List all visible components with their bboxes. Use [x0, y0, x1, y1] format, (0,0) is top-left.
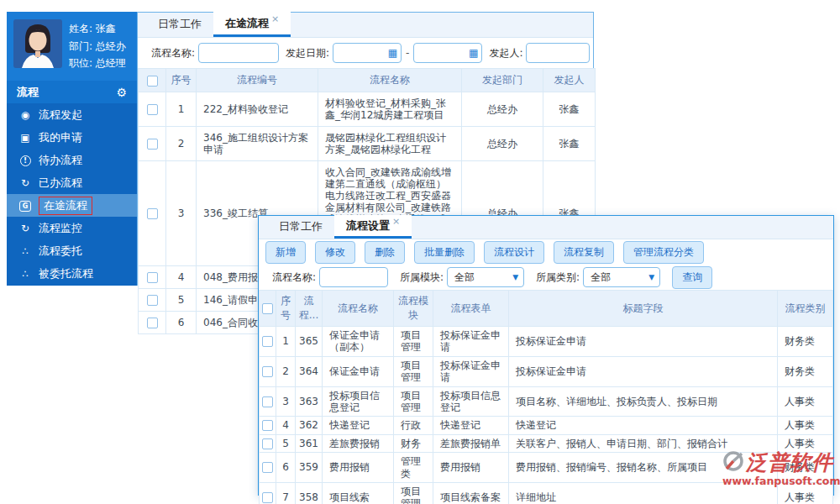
sidebar-item-label: 已办流程 [39, 176, 82, 191]
sidebar-item-in-transit-processes[interactable]: G 在途流程 [7, 194, 137, 217]
cell-process-module: 项目管理 [394, 327, 433, 357]
cell-process-module: 项目管理 [394, 386, 433, 417]
category-select[interactable]: 全部 ▼ [583, 267, 660, 287]
row-checkbox[interactable] [147, 272, 158, 283]
row-select-cell [260, 356, 276, 386]
table-row[interactable]: 6 359 费用报销 管理类 费用报销 费用报销、报销编号、报销名称、所属项目 … [260, 453, 833, 483]
cell-process-name: 差旅费报销 [323, 434, 394, 452]
row-checkbox[interactable] [147, 318, 158, 328]
sidebar-item-process-monitor[interactable]: ↻ 流程监控 [7, 217, 137, 239]
search-button[interactable]: 查询 [672, 266, 712, 289]
col-initiator: 发起人 [543, 69, 596, 92]
process-copy-button[interactable]: 流程复制 [554, 241, 614, 264]
sidebar-item-process-delegate[interactable]: ∴ 流程委托 [7, 239, 137, 262]
batch-delete-button[interactable]: 批量删除 [414, 241, 475, 264]
initiator-input[interactable] [526, 43, 590, 63]
cell-seq: 3 [166, 161, 197, 266]
table-row[interactable]: 4 362 快递登记 行政 快递登记 快递登记 人事类 [260, 417, 833, 434]
sidebar-item-my-applications[interactable]: ▣ 我的申请 [7, 126, 137, 149]
fg-tabbar: 日常工作 流程设置× [259, 216, 833, 239]
add-button[interactable]: 新增 [265, 241, 306, 264]
cell-process-code: 346_施工组织设计方案申请 [197, 127, 318, 161]
tab-daily-work[interactable]: 日常工作 [146, 12, 213, 37]
col-process-category: 流程类别 [778, 291, 833, 327]
table-row[interactable]: 2 346_施工组织设计方案申请 晟铭园林绿化工程组织设计方案_晟铭园林绿化工程… [139, 127, 596, 161]
avatar [13, 19, 62, 68]
table-row[interactable]: 2 364 保证金申请 项目管理 投标保证金申请 投标保证金申请 财务类 [260, 356, 833, 386]
row-checkbox[interactable] [262, 336, 273, 347]
row-select-cell [139, 127, 166, 161]
row-checkbox[interactable] [262, 396, 273, 407]
row-checkbox[interactable] [147, 208, 158, 219]
row-checkbox[interactable] [147, 295, 158, 306]
date-to-picker[interactable]: ▦ [413, 43, 482, 63]
cell-title-fields: 快递登记 [509, 417, 778, 434]
row-checkbox[interactable] [147, 139, 158, 150]
row-select-cell [139, 312, 166, 334]
row-select-cell [139, 161, 166, 266]
category-label: 所属类别: [536, 270, 580, 285]
table-header-row: 序号 流程... 流程名称 流程模块 流程表单 标题字段 流程类别 [260, 291, 833, 327]
row-checkbox[interactable] [147, 104, 158, 115]
chevron-down-icon: ▼ [648, 273, 654, 281]
cell-process-category: 人事类 [778, 386, 833, 417]
tab-daily-work[interactable]: 日常工作 [267, 215, 334, 239]
table-row[interactable]: 7 358 项目线索 项目管理 项目线索备案 详细地址 人事类 [260, 482, 833, 504]
cell-process-name: 保证金申请（副本） [323, 327, 394, 357]
cell-seq: 4 [166, 266, 197, 289]
delete-button[interactable]: 删除 [365, 241, 405, 264]
sidebar-item-label: 流程发起 [39, 108, 82, 123]
cell-seq: 1 [166, 92, 197, 127]
cell-process-module: 行政 [394, 417, 433, 434]
cell-seq: 5 [276, 434, 296, 452]
cell-process-category: 人事类 [778, 434, 833, 452]
process-name-input[interactable] [319, 267, 388, 287]
cell-process-form: 投标保证金申请 [433, 356, 509, 386]
row-select-cell [139, 289, 166, 312]
table-row[interactable]: 3 363 投标项目信息登记 项目管理 投标项目信息登记 项目名称、详细地址、投… [260, 386, 833, 417]
manage-category-button[interactable]: 管理流程分类 [623, 241, 704, 264]
sidebar-item-label: 流程监控 [39, 221, 82, 236]
sidebar-item-todo-processes[interactable]: ! 待办流程 [7, 149, 137, 171]
select-all-checkbox[interactable] [262, 303, 273, 314]
desktop: 姓名: 张鑫 部门: 总经办 职位: 总经理 流程 ⚙ ◉ 流程发起 ▣ 我的申… [0, 0, 840, 504]
cell-seq: 7 [276, 482, 296, 504]
module-select[interactable]: 全部 ▼ [447, 267, 524, 287]
row-checkbox[interactable] [262, 366, 273, 377]
close-icon[interactable]: × [271, 13, 279, 24]
cell-title-fields: 投标保证金申请 [509, 356, 778, 386]
row-checkbox[interactable] [262, 462, 273, 473]
process-settings-window: 日常工作 流程设置× 新增 修改 删除 批量删除 流程设计 流程复制 管理流程分… [258, 215, 834, 496]
sidebar-item-label: 流程委托 [39, 244, 82, 259]
date-from-picker[interactable]: ▦ [333, 43, 402, 63]
sidebar-item-delegated-processes[interactable]: ∴ 被委托流程 [7, 262, 137, 285]
table-row[interactable]: 5 361 差旅费报销 财务 差旅费报销单 关联客户、报销人、申请日期、部门、报… [260, 434, 833, 452]
calendar-icon[interactable]: ▦ [388, 47, 397, 59]
calendar-icon[interactable]: ▦ [469, 47, 478, 59]
col-process-form: 流程表单 [433, 291, 509, 327]
tab-in-transit[interactable]: 在途流程× [213, 12, 291, 37]
table-row[interactable]: 1 365 保证金申请（副本） 项目管理 投标保证金申请 投标保证金申请 财务类 [260, 327, 833, 357]
cell-process-name: 材料验收登记_材料采购_张鑫_华润12城房建工程项目 [318, 92, 462, 127]
process-design-button[interactable]: 流程设计 [484, 241, 544, 264]
process-name-input[interactable] [198, 43, 279, 63]
select-all-checkbox[interactable] [147, 76, 158, 87]
sidebar: 姓名: 张鑫 部门: 总经办 职位: 总经理 流程 ⚙ ◉ 流程发起 ▣ 我的申… [7, 12, 137, 286]
row-checkbox[interactable] [262, 420, 273, 431]
tab-process-settings[interactable]: 流程设置× [334, 215, 412, 239]
bg-filterbar: 流程名称: 发起日期: ▦ - ▦ 发起人: [138, 38, 593, 68]
row-checkbox[interactable] [262, 492, 273, 503]
cell-process-category: 财务类 [778, 327, 833, 357]
row-checkbox[interactable] [262, 438, 273, 449]
close-icon[interactable]: × [392, 216, 400, 227]
sidebar-item-process-initiate[interactable]: ◉ 流程发起 [7, 103, 137, 126]
row-select-cell [260, 417, 276, 434]
user-department: 部门: 总经办 [69, 39, 126, 54]
sidebar-item-done-processes[interactable]: ↻ 已办流程 [7, 171, 137, 194]
row-select-cell [260, 453, 276, 483]
fg-toolbar: 新增 修改 删除 批量删除 流程设计 流程复制 管理流程分类 [259, 239, 833, 265]
table-row[interactable]: 1 222_材料验收登记 材料验收登记_材料采购_张鑫_华润12城房建工程项目 … [139, 92, 596, 127]
edit-button[interactable]: 修改 [315, 241, 355, 264]
cell-process-name: 保证金申请 [323, 356, 394, 386]
gear-icon[interactable]: ⚙ [116, 86, 127, 99]
